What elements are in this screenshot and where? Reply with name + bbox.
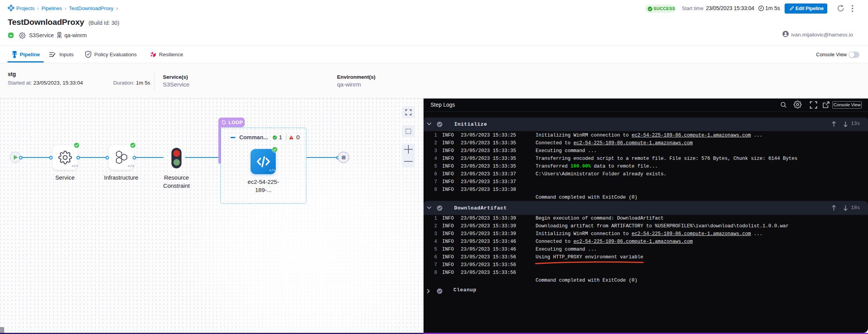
svg-text:∞: ∞ (9, 33, 12, 38)
